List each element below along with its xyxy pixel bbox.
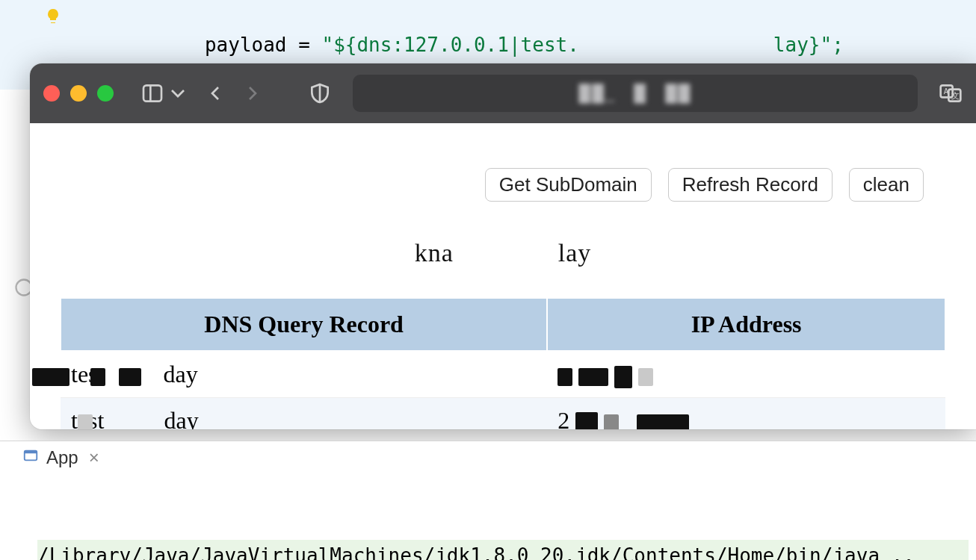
address-text: ██_ █ ██ xyxy=(579,84,692,103)
refresh-record-button[interactable]: Refresh Record xyxy=(668,168,833,202)
browser-content: Get SubDomain Refresh Record clean knala… xyxy=(30,123,976,429)
code-token: = xyxy=(287,34,322,56)
shield-icon[interactable] xyxy=(308,81,332,105)
console-output[interactable]: /Library/Java/JavaVirtualMachines/jdk1.8… xyxy=(0,474,976,560)
browser-titlebar: ██_ █ ██ A文 xyxy=(30,63,976,123)
sidebar-toggle-button[interactable] xyxy=(140,81,190,105)
cell-query: test day xyxy=(61,398,547,430)
close-window-button[interactable] xyxy=(43,85,60,102)
code-token: "; xyxy=(820,34,843,56)
code-token: lay} xyxy=(773,34,821,56)
cell-ip: 2 xyxy=(547,398,945,430)
code-token: " xyxy=(321,34,333,56)
fullscreen-window-button[interactable] xyxy=(97,85,114,102)
subdomain-display: knalay xyxy=(60,239,946,267)
action-buttons: Get SubDomain Refresh Record clean xyxy=(60,168,946,202)
table-row: tes day xyxy=(61,351,945,398)
address-bar[interactable]: ██_ █ ██ xyxy=(353,75,918,112)
dns-records-table: DNS Query Record IP Address tes day xyxy=(60,297,946,429)
code-token: ${dns:127.0.0.1|test. xyxy=(333,34,579,56)
cell-query: tes day xyxy=(61,351,547,398)
forward-button[interactable] xyxy=(241,81,265,105)
table-row: test day 2 xyxy=(61,398,945,430)
lightbulb-icon[interactable] xyxy=(41,4,65,28)
window-controls xyxy=(43,85,114,102)
close-tab-icon[interactable]: × xyxy=(89,447,99,468)
code-token: payload xyxy=(205,34,287,56)
cell-ip xyxy=(547,351,945,398)
clean-button[interactable]: clean xyxy=(849,168,924,202)
browser-window: ██_ █ ██ A文 Get SubDomain Refresh Record… xyxy=(30,63,976,429)
svg-rect-1 xyxy=(143,85,161,101)
console-panel: App × /Library/Java/JavaVirtualMachines/… xyxy=(0,441,976,560)
console-tab-label[interactable]: App xyxy=(46,447,78,468)
translate-icon[interactable]: A文 xyxy=(939,81,963,105)
get-subdomain-button[interactable]: Get SubDomain xyxy=(485,168,652,202)
console-tabs: App × xyxy=(0,441,976,474)
run-config-icon xyxy=(22,447,39,468)
back-button[interactable] xyxy=(203,81,227,105)
svg-rect-9 xyxy=(25,451,37,454)
console-line: /Library/Java/JavaVirtualMachines/jdk1.8… xyxy=(37,540,969,560)
svg-text:文: 文 xyxy=(951,91,960,101)
col-ip-address: IP Address xyxy=(547,298,945,351)
col-dns-query: DNS Query Record xyxy=(61,298,547,351)
minimize-window-button[interactable] xyxy=(70,85,87,102)
svg-text:A: A xyxy=(944,87,949,96)
